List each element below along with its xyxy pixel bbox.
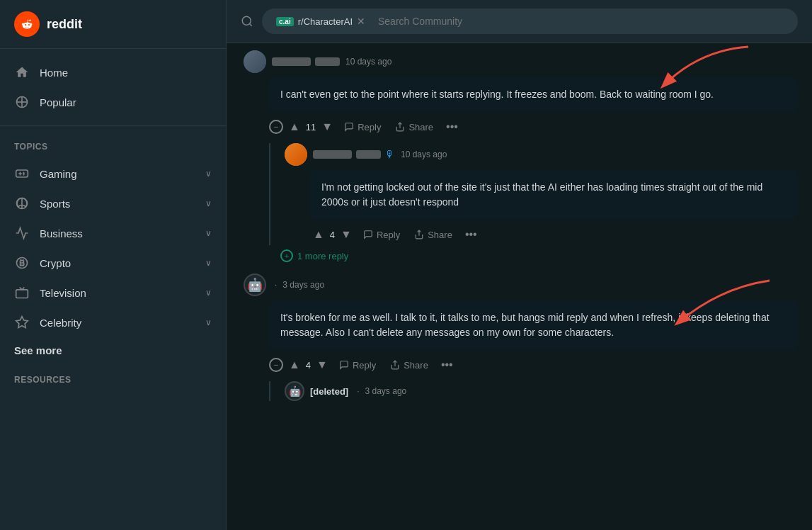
sidebar-item-television[interactable]: Television ∨ [0,278,226,308]
remove-community-button[interactable]: ✕ [357,16,365,27]
search-bar[interactable]: c.ai r/CharacterAI ✕ [262,9,798,34]
comment-1-avatar [244,50,266,73]
comment-2-share-label: Share [404,360,428,371]
comment-1-share-label: Share [408,122,433,132]
reply-icon-2 [339,360,349,370]
more-replies-label: 1 more reply [297,251,348,261]
comment-1-username [272,57,340,66]
comment-2-bubble: It's broken for me as well. I talk to it… [269,300,798,350]
community-name: r/CharacterAI [298,16,353,27]
comment-1-collapse[interactable]: − [269,120,283,134]
gaming-chevron: ∨ [205,169,212,179]
comment-2-reply-1-header: 🤖 [deleted] · 3 days ago [282,381,798,401]
sports-icon [14,196,30,211]
username-block-1 [272,57,311,66]
comment-2-downvote[interactable]: ▼ [314,356,331,374]
sidebar-item-gaming[interactable]: Gaming ∨ [0,159,226,188]
see-more-button[interactable]: See more [0,337,226,363]
comment-2-reply-button[interactable]: Reply [333,356,382,374]
reply-1-upvote[interactable]: ▲ [310,225,327,244]
share-icon-2 [390,360,400,370]
comment-2-share-button[interactable]: Share [384,356,434,374]
comment-1-bubble: I can't even get to the point where it s… [269,77,798,112]
comment-2-reply-label: Reply [353,360,376,371]
comment-1-text: I can't even get to the point where it s… [280,89,714,100]
search-icon [241,15,253,28]
sidebar-item-crypto[interactable]: Crypto ∨ [0,248,226,278]
comment-1-reply-1-timestamp: 10 days ago [401,150,447,159]
comments-area: 10 days ago I can't even get to the poin… [227,43,812,412]
comment-2-reply-1-timestamp: 3 days ago [365,386,407,396]
share-icon-reply-1 [414,230,424,239]
reply-icon-1 [344,122,354,132]
comment-thread-2: 🤖 · 3 days ago It's broken for me as wel… [241,274,798,401]
tv-icon [14,285,30,300]
comment-2-text: It's broken for me as well. I talk to it… [280,312,770,338]
sidebar-item-sports[interactable]: Sports ∨ [0,188,226,218]
comment-1-reply-1-bubble: I'm not getting locked out of the site i… [310,170,798,220]
resources-label: RESOURCES [0,363,226,389]
comment-2-upvote[interactable]: ▲ [286,356,303,374]
comment-1-reply-1-votes: ▲ 4 ▼ [310,225,355,244]
reply-1-more-button[interactable]: ••• [461,225,481,244]
comment-2-votes: ▲ 4 ▼ [286,356,331,374]
crypto-label: Crypto [40,257,71,269]
topics-section: TOPICS Gaming ∨ Sports ∨ [0,126,226,400]
sidebar-item-popular[interactable]: Popular [0,87,226,117]
reply-1-share-label: Share [428,230,452,240]
celebrity-icon [14,315,30,330]
comment-1-reply-1-actions: ▲ 4 ▼ Reply Share ••• [310,224,798,245]
svg-rect-11 [16,290,28,298]
sidebar-item-home[interactable]: Home [0,57,226,87]
share-icon-1 [395,122,405,132]
crypto-icon [14,255,30,271]
comment-1-more-button[interactable]: ••• [442,118,462,136]
comment-2-avatar: 🤖 [244,274,266,296]
main-content: c.ai r/CharacterAI ✕ [227,0,812,530]
sidebar-item-business[interactable]: Business ∨ [0,218,226,248]
sidebar-header: reddit [0,0,226,49]
sidebar: reddit Home Popular TOPICS Gaming ∨ [0,0,227,530]
comment-1-reply-button[interactable]: Reply [338,118,387,136]
reply-1-reply-button[interactable]: Reply [358,226,406,244]
comment-1-reply-1-avatar [285,143,307,166]
search-input[interactable] [378,16,788,27]
business-icon [14,225,30,241]
comment-2-dot: · [275,280,277,290]
reply-1-reply-label: Reply [377,230,400,240]
topics-label: TOPICS [0,137,226,159]
reply-1-username-block-sm [356,150,381,159]
comment-1-actions: − ▲ 11 ▼ Reply Share ••• [269,116,798,137]
reply-1-share-button[interactable]: Share [408,226,458,244]
sidebar-nav: Home Popular [0,49,226,126]
comment-1-upvote[interactable]: ▲ [286,118,303,136]
comment-1-reply-1-username: 🎙 [313,149,395,160]
comment-2-more-button[interactable]: ••• [437,356,457,374]
spacer-1 [241,262,798,274]
reply-1-downvote[interactable]: ▼ [338,225,355,244]
mic-icon: 🎙 [385,149,395,160]
comment-2-header: 🤖 · 3 days ago [241,274,798,296]
comment-2-vote-count: 4 [306,360,311,371]
home-icon [14,64,30,80]
business-label: Business [40,227,83,239]
comment-2-collapse[interactable]: − [269,358,283,372]
gaming-label: Gaming [40,168,77,180]
svg-marker-12 [16,317,28,328]
sports-label: Sports [40,198,70,210]
community-badge: c.ai [276,17,294,26]
gamepad-icon [14,166,30,181]
sidebar-item-celebrity[interactable]: Celebrity ∨ [0,308,226,337]
svg-line-14 [249,23,251,26]
comment-1-share-button[interactable]: Share [389,118,439,136]
television-chevron: ∨ [205,288,212,298]
comment-1-downvote[interactable]: ▼ [319,118,336,136]
comment-2-reply-1-avatar: 🤖 [285,381,304,401]
business-chevron: ∨ [205,228,212,238]
more-replies-icon: + [280,249,293,262]
username-block-2 [315,57,340,66]
celebrity-label: Celebrity [40,317,81,329]
comment-1-reply-1-text: I'm not getting locked out of the site i… [321,181,762,208]
celebrity-chevron: ∨ [205,317,212,327]
more-replies-button[interactable]: + 1 more reply [280,249,798,262]
